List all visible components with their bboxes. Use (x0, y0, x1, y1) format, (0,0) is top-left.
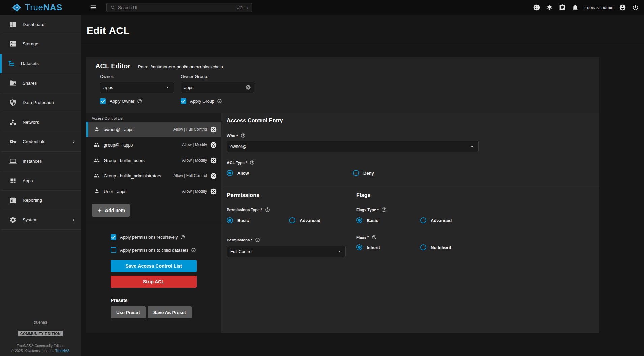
help-icon[interactable] (137, 99, 142, 104)
deny-radio[interactable] (353, 170, 359, 176)
acl-type-deny-option[interactable]: Deny (353, 170, 593, 176)
clear-icon[interactable] (246, 85, 251, 90)
help-icon[interactable] (255, 237, 260, 242)
truenas-logo[interactable]: TrueNAS (0, 2, 81, 13)
advanced-label: Advanced (300, 218, 320, 223)
add-item-button[interactable]: Add Item (92, 204, 130, 217)
owner-select[interactable]: apps (100, 82, 174, 93)
sidebar-item-dashboard[interactable]: Dashboard (0, 15, 81, 34)
title-divider (81, 45, 644, 45)
search-input[interactable]: Search UI Ctrl + / (106, 3, 252, 12)
advanced-radio[interactable] (420, 217, 426, 223)
remove-entry-icon[interactable] (210, 157, 217, 164)
sidebar-item-apps[interactable]: Apps (0, 171, 81, 191)
apply-recursively-label: Apply permissions recursively (120, 235, 178, 240)
acl-entry-badge: Allow | Modify (182, 189, 207, 194)
sidebar-item-storage[interactable]: Storage (0, 34, 81, 54)
apply-child-datasets-label: Apply permissions to child datasets (120, 248, 188, 253)
flags-basic-option[interactable]: Basic (356, 217, 420, 223)
flags-no-inherit-option[interactable]: No Inherit (420, 244, 451, 250)
sidebar-item-reporting[interactable]: Reporting (0, 191, 81, 210)
flags-inherit-option[interactable]: Inherit (356, 244, 420, 250)
basic-radio[interactable] (356, 217, 362, 223)
apply-recursively-checkbox[interactable] (111, 234, 116, 240)
apply-owner-checkbox[interactable] (100, 98, 106, 104)
strip-acl-button[interactable]: Strip ACL (111, 276, 197, 288)
help-icon[interactable] (381, 207, 387, 212)
truenas-logo-icon (12, 3, 21, 12)
acl-row[interactable]: Group - builtin_administrators Allow | F… (86, 168, 221, 184)
product-name: TrueNAS® Community Edition (0, 343, 81, 348)
page-title: Edit ACL (87, 25, 644, 36)
sidebar-item-instances[interactable]: Instances (0, 152, 81, 171)
remove-entry-icon[interactable] (210, 141, 217, 149)
save-as-preset-button[interactable]: Save As Preset (148, 306, 192, 318)
sidebar-item-network[interactable]: Network (0, 112, 81, 132)
basic-label: Basic (367, 218, 378, 223)
sidebar-item-credentials[interactable]: Credentials (0, 132, 81, 152)
acl-type-allow-option[interactable]: Allow (227, 170, 353, 176)
use-preset-button[interactable]: Use Preset (111, 306, 146, 318)
username[interactable]: truenas_admin (584, 5, 613, 10)
acl-editor-heading: ACL Editor (95, 62, 130, 70)
sidebar-item-label: Network (23, 120, 39, 125)
user-avatar-icon[interactable] (619, 4, 626, 11)
access-control-entry-pane: Access Control Entry Who * owner@ ACL Ty… (221, 113, 599, 333)
allow-radio[interactable] (227, 170, 233, 176)
apply-owner-label: Apply Owner (110, 99, 134, 104)
apply-group-label: Apply Group (190, 99, 214, 104)
acl-type-field-label: ACL Type * (227, 160, 593, 165)
network-icon (9, 119, 17, 126)
save-acl-button[interactable]: Save Access Control List (111, 260, 197, 272)
bell-icon[interactable] (572, 4, 579, 11)
help-icon[interactable] (191, 248, 196, 253)
help-icon[interactable] (265, 207, 270, 212)
inherit-radio[interactable] (356, 244, 362, 250)
remove-entry-icon[interactable] (210, 172, 217, 180)
truenas-link[interactable]: TrueNAS (55, 349, 70, 353)
who-value: owner@ (230, 144, 470, 149)
layers-icon[interactable] (546, 4, 553, 11)
sidebar-item-shares[interactable]: Shares (0, 73, 81, 93)
remove-entry-icon[interactable] (210, 188, 217, 195)
sidebar-item-system[interactable]: System (0, 210, 81, 230)
child-datasets-option: Apply permissions to child datasets (111, 247, 197, 253)
help-icon[interactable] (241, 133, 246, 138)
section-divider (221, 188, 599, 188)
owner-value: apps (103, 85, 165, 90)
search-icon (110, 5, 115, 10)
sidebar-item-datasets[interactable]: Datasets (0, 54, 81, 73)
apply-child-datasets-checkbox[interactable] (111, 247, 116, 253)
clipboard-icon[interactable] (559, 4, 566, 11)
sidebar-item-label: Shares (23, 80, 37, 86)
sidebar-item-data-protection[interactable]: Data Protection (0, 93, 81, 112)
owner-group-input[interactable]: apps (181, 82, 254, 93)
power-icon[interactable] (632, 4, 639, 11)
no-inherit-radio[interactable] (420, 244, 426, 250)
remove-entry-icon[interactable] (210, 126, 217, 133)
sidebar-nav: Dashboard Storage Datasets Shares Data P… (0, 15, 81, 230)
acl-list-title: Access Control List (86, 116, 221, 120)
help-icon[interactable] (250, 160, 255, 165)
group-icon (94, 173, 100, 179)
edition-badge: COMMUNITY EDITION (18, 331, 63, 336)
help-icon[interactable] (217, 99, 222, 104)
who-select[interactable]: owner@ (227, 141, 479, 152)
permissions-advanced-option[interactable]: Advanced (289, 217, 320, 223)
help-icon[interactable] (180, 235, 185, 240)
help-icon[interactable] (372, 235, 377, 240)
basic-radio[interactable] (227, 217, 233, 223)
menu-icon[interactable] (90, 4, 97, 11)
acl-row[interactable]: group@ - apps Allow | Modify (86, 137, 221, 153)
permissions-label: Permissions * (227, 238, 252, 242)
apply-group-checkbox[interactable] (181, 98, 186, 104)
smiley-icon[interactable] (533, 4, 540, 11)
permissions-select[interactable]: Full Control (227, 246, 346, 257)
advanced-radio[interactable] (289, 217, 295, 223)
acl-row[interactable]: Group - builtin_users Allow | Modify (86, 153, 221, 168)
acl-row[interactable]: owner@ - apps Allow | Full Control (86, 122, 221, 137)
flags-advanced-option[interactable]: Advanced (420, 217, 452, 223)
datasets-icon (8, 60, 15, 67)
acl-row[interactable]: User - apps Allow | Modify (86, 184, 221, 199)
permissions-basic-option[interactable]: Basic (227, 217, 289, 223)
